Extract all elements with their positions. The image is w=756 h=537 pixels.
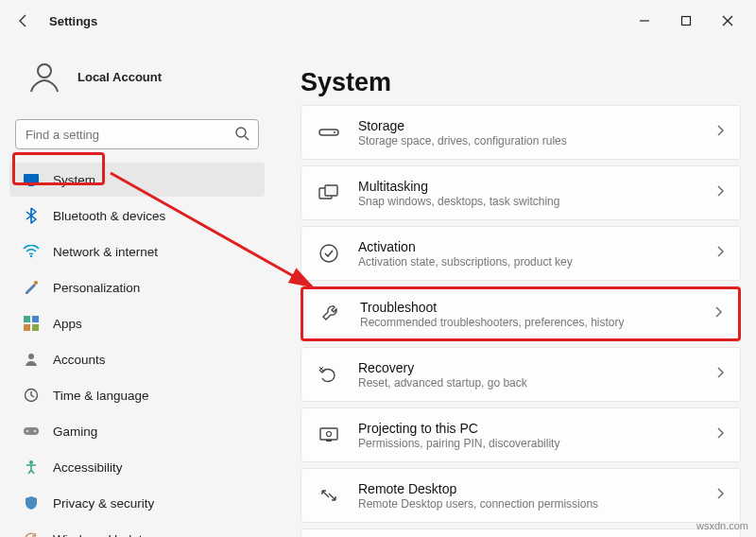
update-icon [23, 530, 40, 537]
sidebar-item-time-language[interactable]: Time & language [9, 378, 265, 412]
svg-point-15 [28, 354, 34, 359]
window-title: Settings [49, 14, 97, 28]
card-subtitle: Storage space, drives, configuration rul… [358, 134, 715, 147]
sidebar-item-bluetooth[interactable]: Bluetooth & devices [9, 199, 265, 233]
sidebar-item-label: Personalization [53, 281, 140, 295]
nav-list: System Bluetooth & devices Network & int… [9, 163, 265, 537]
back-button[interactable] [8, 5, 40, 37]
account-name: Local Account [77, 70, 162, 84]
svg-point-22 [334, 131, 335, 133]
card-title: Remote Desktop [358, 481, 715, 496]
sidebar-item-accounts[interactable]: Accounts [9, 342, 265, 376]
svg-point-19 [34, 430, 36, 432]
recovery-icon [317, 362, 341, 387]
sidebar-item-apps[interactable]: Apps [9, 306, 265, 340]
storage-icon [317, 120, 341, 145]
settings-card-activation[interactable]: ActivationActivation state, subscription… [301, 226, 741, 281]
sidebar-item-windows-update[interactable]: Windows Update [9, 522, 265, 537]
chevron-right-icon [715, 366, 725, 383]
settings-card-recovery[interactable]: RecoveryReset, advanced startup, go back [301, 347, 741, 402]
sidebar-item-label: Gaming [53, 424, 97, 439]
maximize-button[interactable] [665, 5, 707, 37]
svg-rect-17 [24, 427, 39, 435]
svg-rect-12 [32, 316, 39, 322]
svg-point-5 [236, 128, 246, 137]
wifi-icon [23, 243, 40, 260]
minimize-button[interactable] [624, 5, 665, 37]
search-box[interactable] [15, 119, 259, 149]
svg-rect-13 [24, 324, 30, 331]
close-button[interactable] [707, 5, 748, 37]
sidebar-item-label: Network & internet [53, 245, 158, 259]
sidebar-item-system[interactable]: System [9, 163, 265, 197]
search-input[interactable] [15, 119, 259, 149]
card-title: Recovery [358, 360, 715, 375]
sidebar: Local Account System Bluetooth & devices… [0, 42, 274, 537]
card-title: Storage [358, 118, 715, 133]
avatar-icon [25, 57, 64, 96]
svg-point-9 [30, 255, 32, 257]
apps-icon [23, 315, 40, 332]
settings-card-remote-desktop[interactable]: Remote DesktopRemote Desktop users, conn… [301, 468, 741, 523]
svg-point-20 [29, 460, 33, 464]
settings-card-troubleshoot[interactable]: TroubleshootRecommended troubleshooters,… [301, 286, 741, 341]
card-subtitle: Activation state, subscriptions, product… [358, 255, 715, 268]
card-title: Troubleshoot [360, 300, 713, 315]
accessibility-icon [23, 459, 40, 476]
svg-rect-11 [24, 316, 30, 322]
account-block[interactable]: Local Account [9, 45, 265, 115]
settings-card-clipboard[interactable]: Clipboard [301, 528, 741, 537]
page-title: System [301, 68, 741, 97]
svg-point-18 [26, 430, 28, 432]
sidebar-item-label: Accounts [53, 353, 106, 367]
personalization-icon [23, 279, 40, 296]
card-title: Activation [358, 239, 715, 254]
bluetooth-icon [23, 207, 40, 224]
sidebar-item-label: Accessibility [53, 460, 123, 475]
sidebar-item-label: Apps [53, 317, 82, 331]
svg-point-10 [34, 281, 38, 285]
activation-icon [317, 241, 341, 266]
card-subtitle: Reset, advanced startup, go back [358, 376, 715, 390]
troubleshoot-icon [318, 302, 343, 326]
settings-card-multitasking[interactable]: MultitaskingSnap windows, desktops, task… [301, 165, 741, 220]
svg-rect-1 [682, 17, 691, 26]
svg-rect-7 [24, 174, 39, 184]
chevron-right-icon [715, 184, 725, 201]
sidebar-item-label: Time & language [53, 389, 149, 403]
gaming-icon [23, 423, 40, 440]
svg-rect-27 [326, 440, 332, 442]
settings-card-storage[interactable]: StorageStorage space, drives, configurat… [301, 105, 741, 160]
sidebar-item-accessibility[interactable]: Accessibility [9, 450, 265, 484]
system-icon [23, 171, 40, 188]
multitasking-icon [317, 181, 341, 205]
shield-icon [23, 494, 40, 511]
title-bar: Settings [0, 0, 756, 42]
svg-rect-14 [32, 324, 39, 331]
projecting-icon [317, 423, 341, 447]
card-subtitle: Permissions, pairing PIN, discoverabilit… [358, 437, 715, 450]
svg-rect-24 [325, 185, 337, 196]
svg-line-6 [245, 136, 249, 140]
svg-rect-26 [320, 428, 337, 440]
card-title: Multitasking [358, 179, 715, 194]
chevron-right-icon [715, 245, 725, 262]
chevron-right-icon [713, 305, 723, 322]
search-icon [234, 126, 249, 145]
chevron-right-icon [715, 426, 725, 443]
chevron-right-icon [715, 124, 725, 141]
chevron-right-icon [715, 487, 725, 504]
svg-point-25 [320, 245, 337, 262]
sidebar-item-privacy[interactable]: Privacy & security [9, 486, 265, 520]
card-title: Projecting to this PC [358, 421, 715, 436]
sidebar-item-label: Windows Update [53, 532, 149, 538]
svg-point-28 [327, 432, 332, 437]
card-subtitle: Remote Desktop users, connection permiss… [358, 497, 715, 511]
sidebar-item-network[interactable]: Network & internet [9, 234, 265, 268]
main-content: System StorageStorage space, drives, con… [274, 42, 756, 537]
sidebar-item-personalization[interactable]: Personalization [9, 270, 265, 304]
sidebar-item-gaming[interactable]: Gaming [9, 414, 265, 448]
watermark: wsxdn.com [696, 520, 748, 531]
settings-card-projecting[interactable]: Projecting to this PCPermissions, pairin… [301, 407, 741, 462]
card-subtitle: Recommended troubleshooters, preferences… [360, 316, 713, 329]
